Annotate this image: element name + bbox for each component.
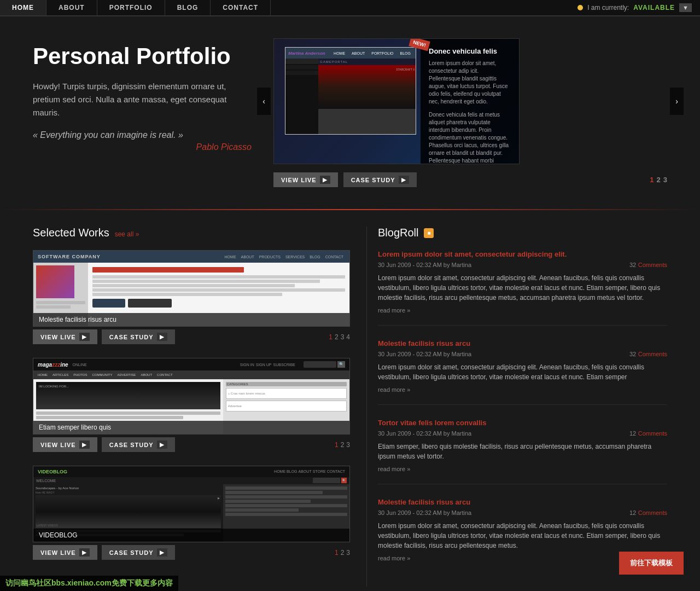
work2-view-live[interactable]: VIEW LIVE ▶: [33, 437, 97, 452]
download-button[interactable]: 前往下载模板: [619, 552, 684, 575]
ss-game-image: STARCRAFT II: [318, 65, 416, 109]
ws2-hero-img: IM LOOKING FOR...: [36, 382, 220, 409]
navigation: HOME ABOUT PORTFOLIO BLOG CONTACT I am c…: [0, 0, 700, 16]
bp4-comments-link[interactable]: Comments: [638, 509, 667, 516]
bp4-title[interactable]: Molestie facilisis risus arcu: [378, 498, 667, 506]
work-label-1: Molestie facilisis risus arcu: [33, 313, 349, 326]
work1-dot-4[interactable]: 4: [346, 333, 350, 341]
work-item-2: magazzzine ONLINE SIGN IN SIGN UP SUBSCR…: [33, 358, 350, 452]
work-screenshot-1: SOFTWARE COMPANY HOME ABOUT PRODUCTS SER…: [33, 250, 350, 327]
work1-case-study[interactable]: CASE STUDY ▶: [102, 329, 175, 344]
work1-dots: 1 2 3 4: [329, 333, 350, 341]
ss-topbar: Martina Anderson HOME ABOUT PORTFOLIO BL…: [285, 48, 416, 59]
bp3-comments-link[interactable]: Comments: [638, 430, 667, 437]
work3-dot-1[interactable]: 1: [335, 549, 339, 557]
bp3-title[interactable]: Tortor vitae felis lorem convallis: [378, 419, 667, 427]
bp4-excerpt: Lorem ipsum dolor sit amet, consectetur …: [378, 521, 667, 551]
status-text: I am currently:: [587, 4, 629, 11]
slider-info-title: Donec vehicula felis: [429, 47, 511, 55]
bp1-title[interactable]: Lorem ipsum dolor sit amet, consectetur …: [378, 250, 667, 258]
ss-sidebar: [285, 59, 318, 134]
nav-about[interactable]: ABOUT: [46, 0, 97, 15]
bp3-meta: 30 Jun 2009 - 02:32 AM by Martina 12 Com…: [378, 429, 667, 437]
ws3-logo: VIDEOBLOG: [38, 469, 67, 474]
ws1-logo: SOFTWARE COMPANY: [38, 254, 101, 259]
ws3-video: LATEST VIDEOS ▶: [36, 495, 221, 528]
ws2-logo: magazzzine: [38, 362, 68, 368]
work3-view-live[interactable]: VIEW LIVE ▶: [33, 545, 97, 560]
selected-works-section: Selected Works see all » SOFTWARE COMPAN…: [33, 227, 366, 587]
bp3-comments: 12 Comments: [629, 429, 667, 437]
work-label-2: Etiam semper libero quis: [33, 421, 349, 434]
work1-dot-3[interactable]: 3: [341, 333, 345, 341]
work2-dot-2[interactable]: 2: [341, 441, 345, 449]
slider-prev[interactable]: ‹: [257, 88, 271, 115]
bp2-comments-link[interactable]: Comments: [638, 351, 667, 357]
ss-body: GAMEPORTAL STARCRAFT II: [285, 59, 416, 134]
nav-home[interactable]: HOME: [0, 0, 46, 15]
work3-dot-3[interactable]: 3: [346, 549, 350, 557]
ws2-nav: HOME ARTICLES PHOTOS COMMUNITY ADVERTISE…: [33, 370, 349, 379]
ws3-header: VIDEOBLOG HOME BLOG ABOUT STORE CONTACT: [33, 466, 349, 477]
view-live-arrow: ▶: [320, 176, 330, 184]
hero-section: Personal Portfolio Howdy! Turpis turpis,…: [0, 16, 700, 209]
hero-view-live-button[interactable]: VIEW LIVE ▶: [273, 172, 338, 187]
ws2-header: magazzzine ONLINE SIGN IN SIGN UP SUBSCR…: [33, 358, 349, 370]
slider-dot-1[interactable]: 1: [650, 176, 654, 184]
nav-blog[interactable]: BLOG: [165, 0, 211, 15]
bp1-read-more[interactable]: read more »: [378, 307, 410, 314]
work2-dot-3[interactable]: 3: [346, 441, 350, 449]
see-all-link[interactable]: see all »: [115, 230, 139, 238]
hero-slider: ‹ Martina Anderson HOME ABOUT PORTFOLIO …: [273, 38, 667, 187]
work1-view-live[interactable]: VIEW LIVE ▶: [33, 329, 97, 344]
bp1-meta: 30 Jun 2009 - 02:32 AM by Martina 32 Com…: [378, 260, 667, 269]
work3-case-study[interactable]: CASE STUDY ▶: [102, 545, 175, 560]
slider-dot-3[interactable]: 3: [663, 176, 667, 184]
work-item-3: VIDEOBLOG HOME BLOG ABOUT STORE CONTACT …: [33, 466, 350, 560]
work-label-3: VIDEOBLOG: [33, 529, 349, 542]
status-indicator: [578, 5, 583, 10]
blogroll-section: BlogRoll ■ Lorem ipsum dolor sit amet, c…: [366, 227, 667, 587]
bp1-date: 30 Jun 2009 - 02:32 AM by Martina: [378, 262, 471, 268]
rss-icon[interactable]: ■: [424, 228, 434, 238]
slider-info-text2: Donec vehicula felis at metus aliquet ph…: [429, 111, 511, 164]
slider-info-panel: NEW! Donec vehicula felis Lorem ipsum do…: [421, 39, 519, 164]
ws1-nav: HOME ABOUT PRODUCTS SERVICES BLOG CONTAC…: [223, 254, 345, 259]
nav-portfolio[interactable]: PORTFOLIO: [97, 0, 165, 15]
work1-dot-1[interactable]: 1: [329, 333, 332, 341]
watermark: 访问幽鸟社区bbs.xieniao.com免费下载更多内容: [0, 576, 178, 591]
bp4-read-more[interactable]: read more »: [378, 555, 410, 561]
bp1-comments-link[interactable]: Comments: [638, 262, 667, 268]
blogroll-title: BlogRoll ■: [378, 227, 667, 239]
work-controls-3: VIEW LIVE ▶ CASE STUDY ▶ 1 2 3: [33, 545, 350, 560]
bp2-meta: 30 Jun 2009 - 02:32 AM by Martina 32 Com…: [378, 350, 667, 358]
ws1-product-img: [36, 265, 74, 298]
bp2-comments: 32 Comments: [629, 350, 667, 358]
bp2-title[interactable]: Molestie facilisis risus arcu: [378, 339, 667, 347]
bp4-comments: 12 Comments: [629, 508, 667, 517]
bp2-excerpt: Lorem ipsum dolor sit amet, consectetur …: [378, 362, 667, 382]
work3-dots: 1 2 3: [335, 549, 350, 557]
bp4-date: 30 Jun 2009 - 02:32 AM by Martina: [378, 509, 471, 516]
ss-nav-about: ABOUT: [349, 50, 367, 56]
main-content: Selected Works see all » SOFTWARE COMPAN…: [0, 210, 700, 591]
bp3-excerpt: Etiam semper, libero quis molestie facil…: [378, 442, 667, 461]
slider-container: Martina Anderson HOME ABOUT PORTFOLIO BL…: [273, 38, 520, 164]
work2-dot-1[interactable]: 1: [335, 441, 339, 449]
slider-next[interactable]: ›: [670, 88, 684, 115]
hero-case-study-button[interactable]: CASE STUDY ▶: [343, 172, 417, 187]
work2-dots: 1 2 3: [335, 441, 350, 449]
work3-dot-2[interactable]: 2: [341, 549, 345, 557]
hero-intro: Howdy! Turpis turpis, dignissim elementu…: [33, 80, 252, 119]
slider-dots: 1 2 3: [650, 176, 667, 184]
bp2-read-more[interactable]: read more »: [378, 386, 410, 393]
bp3-read-more[interactable]: read more »: [378, 466, 410, 472]
work2-case-study[interactable]: CASE STUDY ▶: [102, 437, 175, 452]
status-dropdown[interactable]: ▼: [679, 3, 692, 12]
nav-contact[interactable]: CONTACT: [211, 0, 271, 15]
blog-post-3: Tortor vitae felis lorem convallis 30 Ju…: [378, 419, 667, 484]
selected-works-title: Selected Works see all »: [33, 227, 350, 239]
slider-dot-2[interactable]: 2: [657, 176, 661, 184]
status-area: I am currently: AVAILABLE ▼: [578, 0, 700, 15]
work1-dot-2[interactable]: 2: [335, 333, 339, 341]
